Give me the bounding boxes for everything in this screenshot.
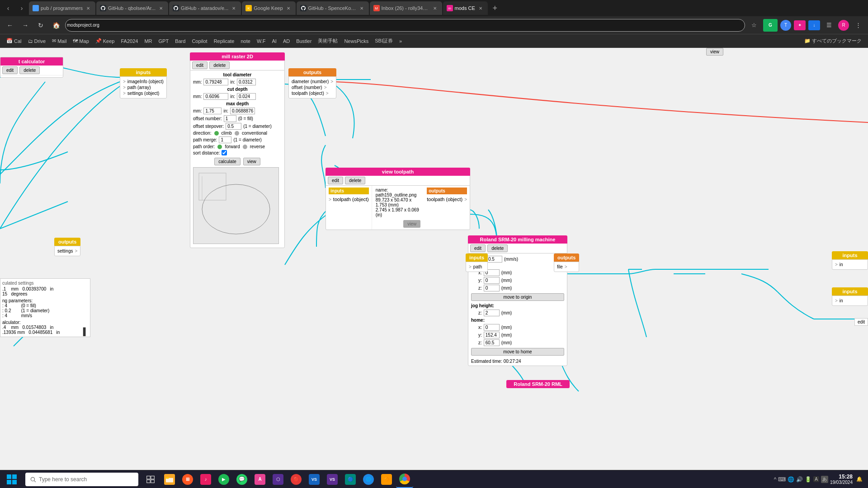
offset-stepover-input[interactable]	[226, 123, 241, 130]
home-x-input[interactable]	[484, 324, 500, 331]
bookmark-newspicks[interactable]: NewsPicks	[341, 38, 371, 45]
bookmark-replicate[interactable]: Replicate	[211, 38, 237, 45]
home-z-input[interactable]	[484, 339, 500, 346]
move-to-origin-btn[interactable]: move to origin	[471, 293, 564, 301]
tab-7[interactable]: m mods CE ✕	[443, 1, 488, 15]
speed-input[interactable]	[486, 256, 502, 263]
tray-ime-icon[interactable]: A	[813, 476, 819, 482]
bookmark-note[interactable]: note	[238, 38, 253, 45]
tray-battery-icon[interactable]: 🔋	[805, 476, 811, 483]
home-button[interactable]: 🏠	[50, 19, 62, 32]
taskbar-search-bar[interactable]: Type here to search	[25, 473, 138, 486]
profile-avatar-btn[interactable]: R	[838, 20, 849, 31]
bookmark-bustler[interactable]: Bustler	[293, 38, 314, 45]
taskbar-task-view-btn[interactable]	[142, 471, 159, 488]
tool-diameter-mm-input[interactable]	[203, 79, 228, 85]
roland-srm20-delete-btn[interactable]: delete	[487, 244, 508, 252]
bookmark-map[interactable]: 🗺Map	[70, 38, 91, 45]
bookmark-keep[interactable]: 📌Keep	[93, 37, 118, 45]
time-display[interactable]: 15:28 19/03/2024	[830, 474, 853, 485]
bookmark-all[interactable]: 📁 すべてのブックマーク	[802, 37, 864, 45]
forward-button[interactable]: →	[19, 19, 32, 32]
sort-distance-checkbox[interactable]	[222, 150, 227, 155]
bookmark-mr[interactable]: MR	[142, 38, 155, 45]
taskbar-app-2[interactable]: ♪	[197, 471, 214, 488]
address-bar[interactable]	[65, 19, 745, 32]
taskbar-app-10[interactable]: 🔵	[342, 471, 359, 488]
back-button[interactable]: ←	[4, 19, 16, 32]
taskbar-app-9[interactable]: VS	[324, 471, 341, 488]
tab-1-close[interactable]: ✕	[85, 5, 92, 12]
taskbar-app-3[interactable]: ▶	[215, 471, 232, 488]
path-merge-input[interactable]	[219, 136, 231, 143]
bookmark-bard[interactable]: Bard	[172, 38, 188, 45]
taskbar-app-12[interactable]: 🔶	[378, 471, 395, 488]
tab-back-btn[interactable]: ‹	[2, 2, 14, 14]
tray-chevron-icon[interactable]: ^	[774, 476, 777, 483]
tab-4-close[interactable]: ✕	[285, 5, 292, 12]
view-toolpath-delete-btn[interactable]: delete	[345, 177, 365, 184]
bookmark-more[interactable]: »	[396, 38, 405, 45]
tab-3[interactable]: GitHub - ataradov/e... ✕	[169, 1, 241, 15]
t-calculator-delete-btn[interactable]: delete	[19, 66, 40, 74]
extension-btn1[interactable]: ✦	[794, 20, 806, 30]
tray-network-icon[interactable]: 🌐	[788, 476, 794, 483]
profile-btn[interactable]: T	[780, 20, 791, 31]
bookmark-ad[interactable]: AD	[280, 38, 292, 45]
bookmark-drive[interactable]: 🗂Drive	[25, 38, 49, 45]
taskbar-app-7[interactable]: 🔴	[288, 471, 305, 488]
reload-button[interactable]: ↻	[34, 19, 47, 32]
t-calculator-edit-btn[interactable]: edit	[2, 66, 18, 74]
bookmark-cal[interactable]: 📅Cal	[4, 37, 24, 45]
bookmark-sbi[interactable]: SBI証券	[372, 37, 396, 45]
tab-6-close[interactable]: ✕	[431, 5, 439, 12]
move-to-home-btn[interactable]: move to home	[471, 348, 564, 356]
taskbar-app-8[interactable]: VS	[306, 471, 323, 488]
tray-sound-icon[interactable]: 🔊	[796, 476, 803, 483]
new-tab-button[interactable]: +	[489, 2, 501, 14]
taskbar-app-11[interactable]: 🌐	[360, 471, 377, 488]
bookmark-star-button[interactable]: ☆	[748, 19, 760, 32]
tab-6[interactable]: M Inbox (26) - rolly341... ✕	[370, 1, 442, 15]
cut-depth-in-input[interactable]	[237, 93, 256, 100]
tray-keyboard-icon[interactable]: ⌨	[778, 476, 786, 483]
taskbar-app-4[interactable]: 💬	[233, 471, 250, 488]
sidebar-toggle-btn[interactable]: ☰	[823, 19, 835, 32]
view-toolpath-edit-btn[interactable]: edit	[328, 177, 343, 184]
view-button[interactable]: view	[243, 158, 260, 165]
roland-srm20-edit-btn[interactable]: edit	[470, 244, 486, 252]
bookmark-ai[interactable]: AI	[269, 38, 279, 45]
max-depth-in-input[interactable]	[230, 108, 255, 114]
max-depth-mm-input[interactable]	[203, 108, 222, 114]
bookmark-mail[interactable]: ✉Mail	[49, 37, 69, 45]
grammarly-btn[interactable]: G	[763, 19, 778, 32]
tab-1[interactable]: pub / programmers ✕	[29, 1, 95, 15]
tab-5-close[interactable]: ✕	[358, 5, 365, 12]
tab-5[interactable]: GitHub - SpenceKon... ✕	[297, 1, 369, 15]
notification-btn[interactable]: 🔔	[854, 476, 864, 482]
bookmark-gpt[interactable]: GPT	[156, 38, 172, 45]
tab-forward-btn[interactable]: ›	[15, 2, 28, 14]
view-toolpath-view-btn[interactable]: view	[403, 220, 420, 228]
bookmark-bijutsu[interactable]: 美術手帖	[315, 37, 340, 45]
tray-ime2-icon[interactable]: あ	[821, 476, 828, 483]
jog-z-input[interactable]	[484, 310, 500, 316]
origin-y-input[interactable]	[484, 277, 500, 284]
cut-depth-mm-input[interactable]	[203, 93, 228, 100]
bookmark-fa2024[interactable]: FA2024	[118, 38, 141, 45]
taskbar-app-1[interactable]: ⊞	[179, 471, 196, 488]
bookmark-copilot[interactable]: Copilot	[189, 38, 210, 45]
tab-7-close[interactable]: ✕	[477, 5, 484, 12]
start-button[interactable]	[0, 470, 24, 488]
home-y-input[interactable]	[484, 332, 500, 338]
mill-raster-delete-btn[interactable]: delete	[209, 61, 230, 69]
tool-diameter-in-input[interactable]	[237, 79, 256, 85]
taskbar-app-6[interactable]: ⬡	[269, 471, 287, 488]
calculate-button[interactable]: calculate	[214, 158, 240, 165]
taskbar-chrome-btn[interactable]	[396, 471, 413, 488]
mill-raster-edit-btn[interactable]: edit	[192, 61, 208, 69]
origin-z-input[interactable]	[484, 285, 500, 291]
tab-2-close[interactable]: ✕	[157, 5, 165, 12]
extension-btn2[interactable]: ↓	[808, 20, 820, 30]
bookmark-wf[interactable]: W.F	[254, 38, 269, 45]
